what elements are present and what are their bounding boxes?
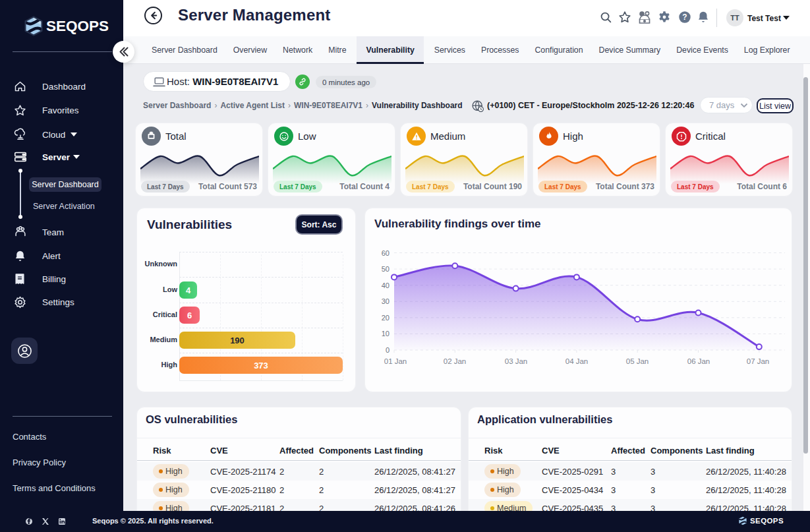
svg-text:05 Jan: 05 Jan: [626, 357, 649, 365]
svg-text:02 Jan: 02 Jan: [444, 357, 467, 365]
svg-text:04 Jan: 04 Jan: [565, 357, 589, 365]
svg-text:20: 20: [382, 314, 390, 322]
svg-text:03 Jan: 03 Jan: [505, 357, 528, 365]
svg-text:?: ?: [682, 13, 687, 22]
svg-text:10: 10: [382, 330, 390, 338]
svg-text:07 Jan: 07 Jan: [747, 357, 770, 365]
svg-text:01 Jan: 01 Jan: [384, 357, 407, 365]
svg-text:60: 60: [382, 249, 390, 257]
svg-text:30: 30: [382, 297, 390, 305]
svg-text:0: 0: [386, 346, 390, 354]
svg-text:06 Jan: 06 Jan: [687, 357, 710, 365]
svg-text:50: 50: [382, 265, 390, 273]
svg-text:40: 40: [382, 281, 390, 289]
